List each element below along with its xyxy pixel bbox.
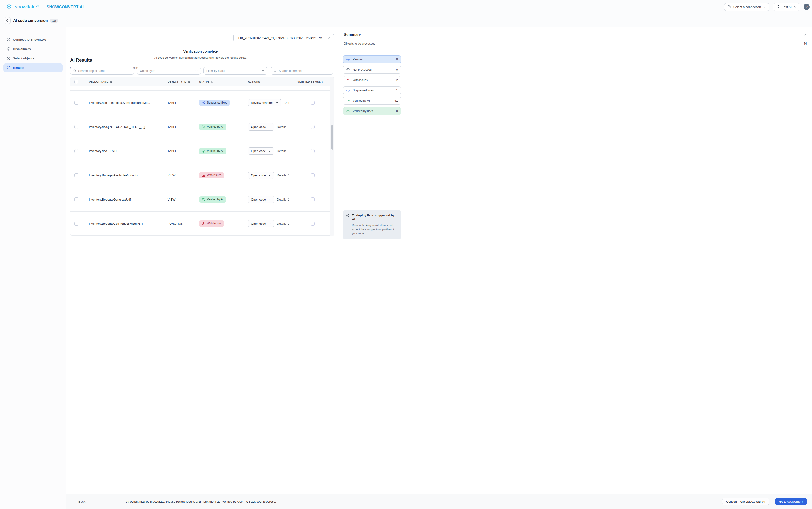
info-circle-icon — [346, 214, 350, 236]
details-link[interactable]: Details — [277, 173, 289, 177]
object-type: TABLE — [167, 91, 177, 114]
column-header-object-name[interactable]: OBJECT NAME — [89, 77, 112, 87]
table-row: Inventory.apg_examples.SemistructuredMe.… — [70, 91, 331, 115]
open-code-button[interactable]: Open code — [248, 123, 274, 131]
row-checkbox[interactable] — [74, 198, 78, 201]
table-header-row: OBJECT NAME OBJECT TYPE STATUS ACTIONS V… — [70, 77, 334, 87]
status-badge: With issues — [199, 220, 224, 227]
project-badge: test — [50, 19, 58, 23]
stat-card-not-processed[interactable]: Not processed 0 — [343, 66, 401, 74]
stat-value: 0 — [396, 109, 398, 113]
row-checkbox[interactable] — [74, 101, 78, 105]
stat-value: 2 — [396, 78, 398, 82]
external-link-icon — [287, 125, 289, 128]
object-type: VIEW — [167, 188, 175, 211]
column-header-verified-by-user: VERIFIED BY USER — [297, 77, 323, 87]
details-link[interactable]: Details — [277, 149, 289, 153]
sort-icon[interactable] — [211, 80, 214, 83]
column-header-status[interactable]: STATUS — [199, 77, 214, 87]
select-all-checkbox[interactable] — [74, 80, 78, 84]
check-circle-sparkle-icon — [346, 99, 350, 103]
warning-triangle-icon — [202, 173, 205, 177]
sidebar-item-results[interactable]: Results — [3, 63, 63, 72]
stat-card-verified-by-ai[interactable]: Verified by AI 41 — [343, 97, 401, 105]
table-row: Inventory.Bodega.GenerateUdf VIEW Verifi… — [70, 188, 331, 211]
results-table: OBJECT NAME OBJECT TYPE STATUS ACTIONS V… — [70, 77, 334, 236]
verified-by-user-checkbox[interactable] — [311, 222, 315, 226]
sidebar-item-connect[interactable]: Connect to Snowflake — [3, 35, 63, 44]
search-comment-field[interactable] — [271, 67, 333, 75]
back-button[interactable] — [4, 17, 10, 24]
steps-sidebar: Connect to Snowflake Disclaimers Select … — [0, 28, 66, 254]
chevron-down-icon — [327, 36, 331, 40]
details-link[interactable]: Details — [277, 198, 289, 201]
table-scrollbar-thumb[interactable] — [331, 125, 333, 149]
open-code-button[interactable]: Open code — [248, 147, 274, 155]
snowflake-icon: ❄ — [6, 3, 12, 10]
details-link[interactable]: Details — [277, 222, 289, 226]
chevron-down-icon — [268, 222, 271, 225]
row-checkbox[interactable] — [74, 222, 78, 226]
open-code-button[interactable]: Open code — [248, 220, 274, 227]
verified-by-user-checkbox[interactable] — [311, 198, 315, 201]
info-body: Review the AI-generated fixes and accept… — [352, 223, 398, 236]
stat-label: Verified by user — [353, 109, 373, 113]
sparkles-icon — [202, 101, 205, 104]
row-checkbox[interactable] — [74, 125, 78, 129]
stat-card-pending[interactable]: Pending 0 — [343, 56, 401, 63]
sort-icon[interactable] — [109, 80, 112, 83]
object-name: Inventory.apg_examples.SemistructuredMe.… — [89, 91, 150, 114]
status-filter-dropdown[interactable]: Filter by status — [203, 67, 267, 75]
object-type-dropdown[interactable]: Object type — [137, 67, 201, 75]
sidebar-item-label: Connect to Snowflake — [13, 38, 46, 41]
external-link-icon — [287, 222, 289, 225]
details-link[interactable]: Det — [284, 101, 289, 104]
sidebar-item-disclaimers[interactable]: Disclaimers — [3, 45, 63, 53]
stat-label: Verified by AI — [353, 99, 370, 102]
stat-label: Not processed — [353, 68, 372, 71]
object-name: Inventory.Bodega.GenerateUdf — [89, 188, 131, 211]
object-name: Inventory.Bodega.AvailableProducts — [89, 163, 138, 187]
verified-by-user-checkbox[interactable] — [311, 173, 315, 177]
column-header-object-type[interactable]: OBJECT TYPE — [167, 77, 191, 87]
stat-value: 41 — [394, 99, 398, 102]
verified-by-user-checkbox[interactable] — [311, 149, 315, 153]
stat-card-suggested-fixes[interactable]: Suggested fixes 1 — [343, 87, 401, 94]
review-changes-button[interactable]: Review changes — [248, 99, 282, 106]
open-code-button[interactable]: Open code — [248, 172, 274, 179]
x-circle-icon — [346, 68, 350, 72]
row-checkbox[interactable] — [74, 173, 78, 177]
stat-card-verified-by-user[interactable]: Verified by user 0 — [343, 107, 401, 115]
verified-by-user-checkbox[interactable] — [311, 125, 315, 129]
status-filter-placeholder: Filter by status — [206, 69, 226, 73]
sidebar-item-label: Results — [13, 66, 25, 69]
sidebar-item-select-objects[interactable]: Select objects — [3, 54, 63, 63]
open-code-button[interactable]: Open code — [248, 196, 274, 203]
column-header-actions: ACTIONS — [248, 77, 260, 87]
object-name: Inventory.Bodega.GetProductPrice(INT) — [89, 211, 143, 236]
search-object-field[interactable] — [70, 67, 134, 75]
row-checkbox[interactable] — [74, 149, 78, 153]
status-badge: Verified by AI — [199, 124, 226, 130]
table-row: Inventory.dbo.[INTEGRATION_TEST_(2)] TAB… — [70, 115, 331, 139]
product-name: SNOWCONVERT AI — [46, 5, 84, 9]
external-link-icon — [287, 174, 289, 177]
search-object-input[interactable] — [78, 69, 131, 73]
brand-name: snowflake — [15, 4, 37, 9]
sidebar-item-label: Disclaimers — [13, 47, 31, 51]
stat-card-with-issues[interactable]: With issues 2 — [343, 76, 401, 84]
check-circle-sparkle-icon — [202, 198, 205, 201]
job-selector-dropdown[interactable]: JOB_20260130202421_2QZ78W78 - 1/30/2026,… — [233, 34, 334, 42]
table-scrollbar-track[interactable] — [330, 77, 334, 236]
sort-icon[interactable] — [188, 80, 191, 83]
object-type: TABLE — [167, 115, 177, 139]
summary-divider — [344, 50, 406, 50]
stat-value: 0 — [396, 68, 398, 71]
status-badge: Verified by AI — [199, 196, 226, 203]
chevron-down-icon — [275, 101, 279, 104]
details-link[interactable]: Details — [277, 125, 289, 129]
verified-by-user-checkbox[interactable] — [311, 101, 315, 105]
stat-label: Pending — [353, 58, 363, 61]
object-name: Inventory.dbo.TEST6 — [89, 139, 118, 163]
search-comment-input[interactable] — [279, 69, 330, 73]
